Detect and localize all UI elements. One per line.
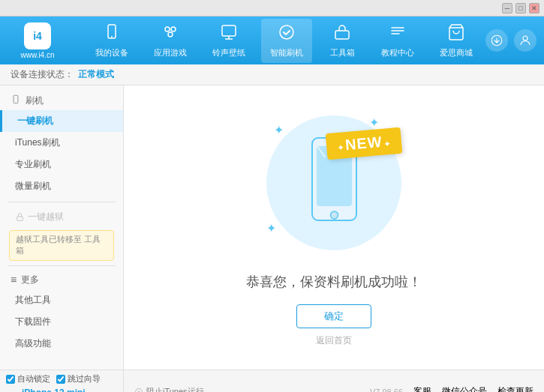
sidebar-item-other-tools[interactable]: 其他工具	[0, 289, 123, 311]
customer-service-link[interactable]: 客服	[413, 385, 431, 392]
close-button[interactable]: ✕	[529, 3, 539, 13]
nav-tutorials-label: 教程中心	[381, 47, 414, 58]
sparkle-2: ✦	[369, 115, 379, 130]
sidebar-section-jailbreak: 一键越狱	[0, 207, 123, 227]
sidebar-item-itunes-flash[interactable]: iTunes刷机	[0, 132, 123, 154]
download-button[interactable]	[485, 29, 508, 52]
sidebar: 刷机 一键刷机 iTunes刷机 专业刷机 微量刷机 一键越狱 越狱工具已转移至…	[0, 85, 124, 370]
back-link[interactable]: 返回首页	[316, 334, 352, 347]
sidebar-item-one-click-flash[interactable]: 一键刷机	[0, 110, 123, 132]
sparkle-3: ✦	[266, 221, 276, 235]
nav-tutorials-icon	[389, 23, 407, 46]
maximize-button[interactable]: □	[515, 3, 526, 13]
logo-icon: i4	[24, 22, 51, 49]
nav-smart-flash-icon	[278, 23, 296, 46]
nav-apps-icon	[161, 23, 179, 46]
status-value: 正常模式	[78, 68, 114, 81]
nav-toolbox-label: 工具箱	[330, 47, 355, 58]
status-label: 设备连接状态：	[11, 68, 74, 81]
nav-my-device-label: 我的设备	[95, 47, 128, 58]
bottom-bar: 自动锁定 跳过向导 📱 iPhone 12 mini 64GB Down-12m…	[0, 370, 544, 392]
svg-rect-5	[222, 25, 236, 36]
success-illustration: ✦ ✦ ✦ NEW	[259, 108, 409, 258]
success-text: 恭喜您，保资料刷机成功啦！	[246, 273, 422, 291]
nav-my-device[interactable]: 我的设备	[86, 19, 137, 63]
nav-smart-flash[interactable]: 智能刷机	[261, 19, 312, 63]
svg-rect-9	[335, 31, 349, 39]
version-text: V7.98.66	[370, 388, 403, 393]
svg-point-8	[280, 25, 293, 39]
window-controls[interactable]: ─ □ ✕	[502, 3, 539, 13]
main-area: 刷机 一键刷机 iTunes刷机 专业刷机 微量刷机 一键越狱 越狱工具已转移至…	[0, 85, 544, 370]
user-button[interactable]	[514, 29, 536, 52]
svg-point-2	[165, 27, 170, 31]
skip-wizard-input[interactable]	[56, 375, 65, 384]
sidebar-divider-2	[8, 265, 116, 266]
checkboxes-area: 自动锁定 跳过向导	[6, 373, 117, 385]
nav-shop-icon	[447, 23, 465, 46]
nav-tutorials[interactable]: 教程中心	[372, 19, 423, 63]
device-row: 📱 iPhone 12 mini 64GB Down-12mini-13,1	[6, 388, 117, 392]
stop-itunes-label: 阻止iTunes运行	[146, 386, 204, 392]
confirm-button[interactable]: 确定	[296, 304, 371, 328]
nav-apps-label: 应用游戏	[154, 47, 187, 58]
nav-items: 我的设备 应用游戏 铃声壁纸 智能刷机 工具箱	[83, 19, 485, 63]
svg-point-3	[171, 27, 176, 31]
sidebar-notice: 越狱工具已转移至 工具箱	[9, 230, 114, 261]
nav-ringtones[interactable]: 铃声壁纸	[203, 19, 254, 63]
nav-toolbox-icon	[333, 23, 351, 46]
sidebar-item-advanced[interactable]: 高级功能	[0, 333, 123, 355]
nav-smart-flash-label: 智能刷机	[270, 47, 303, 58]
sidebar-section-more: ≡ 更多	[0, 271, 123, 289]
svg-point-4	[168, 32, 173, 37]
flash-section-label: 刷机	[26, 94, 44, 107]
status-bar: 设备连接状态： 正常模式	[0, 64, 544, 85]
nav-right	[485, 29, 536, 52]
title-bar: ─ □ ✕	[0, 0, 544, 16]
sparkle-1: ✦	[274, 123, 284, 137]
flash-section-icon	[11, 94, 21, 107]
skip-wizard-checkbox[interactable]: 跳过向导	[56, 373, 101, 385]
logo-text: www.i4.cn	[20, 51, 54, 59]
nav-toolbox[interactable]: 工具箱	[320, 19, 365, 63]
svg-point-12	[523, 36, 527, 40]
minimize-button[interactable]: ─	[502, 3, 512, 13]
content-area: ✦ ✦ ✦ NEW	[124, 85, 544, 370]
nav-ringtones-label: 铃声壁纸	[212, 47, 245, 58]
auto-connect-checkbox[interactable]: 自动锁定	[6, 373, 50, 385]
more-section-icon: ≡	[11, 274, 17, 286]
svg-rect-14	[17, 217, 23, 220]
auto-connect-input[interactable]	[6, 375, 15, 384]
stop-itunes-button[interactable]: 阻止iTunes运行	[134, 386, 204, 392]
sidebar-item-pro-flash[interactable]: 专业刷机	[0, 154, 123, 175]
nav-ringtones-icon	[220, 23, 238, 46]
sidebar-item-fix-flash[interactable]: 微量刷机	[0, 175, 123, 197]
bottom-right: 阻止iTunes运行 V7.98.66 客服 微信公众号 检查更新	[124, 370, 544, 392]
bottom-left: 自动锁定 跳过向导 📱 iPhone 12 mini 64GB Down-12m…	[0, 370, 124, 392]
jailbreak-label: 一键越狱	[28, 211, 64, 223]
nav-my-device-icon	[103, 23, 121, 46]
device-name: iPhone 12 mini	[22, 388, 89, 392]
check-update-link[interactable]: 检查更新	[497, 385, 533, 392]
top-nav: i4 www.i4.cn 我的设备 应用游戏 铃声壁纸 智能刷机	[0, 16, 544, 64]
wechat-link[interactable]: 微信公众号	[442, 385, 487, 392]
sidebar-section-flash: 刷机	[0, 91, 123, 110]
more-section-label: 更多	[21, 274, 39, 286]
sidebar-item-download-firmware[interactable]: 下载固件	[0, 311, 123, 333]
skip-wizard-label: 跳过向导	[68, 373, 101, 385]
auto-connect-label: 自动锁定	[17, 373, 50, 385]
svg-rect-13	[14, 95, 18, 103]
logo[interactable]: i4 www.i4.cn	[8, 22, 68, 59]
nav-shop[interactable]: 爱思商城	[431, 19, 482, 63]
nav-apps-games[interactable]: 应用游戏	[145, 19, 196, 63]
nav-shop-label: 爱思商城	[440, 47, 473, 58]
svg-point-17	[330, 211, 338, 219]
sidebar-divider-1	[8, 202, 116, 202]
